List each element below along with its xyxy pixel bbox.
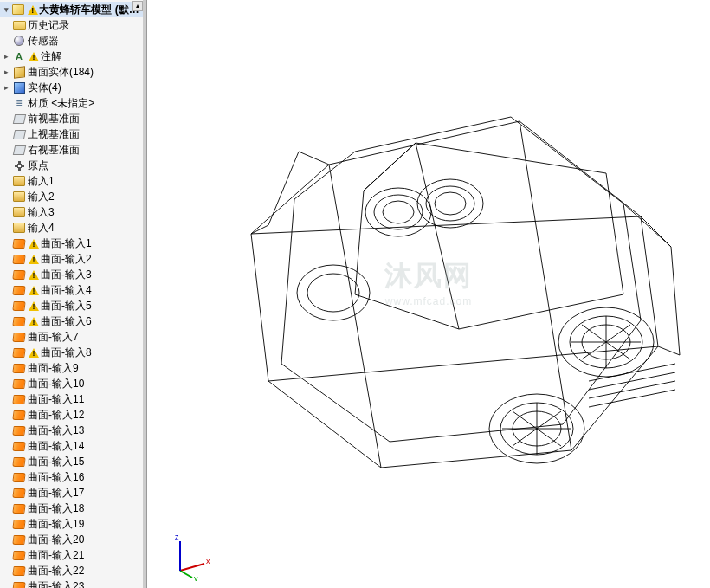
surface-icon	[12, 299, 26, 313]
tree-origin[interactable]: 原点	[0, 158, 146, 173]
note-icon	[12, 49, 26, 63]
tree-import[interactable]: 输入4	[0, 220, 146, 236]
surface-icon	[12, 361, 26, 375]
surface-icon	[12, 439, 26, 453]
surface-icon	[12, 330, 26, 344]
svg-point-15	[374, 195, 423, 229]
svg-line-24	[589, 381, 675, 398]
import-label: 输入1	[28, 174, 55, 189]
tree-note[interactable]: ▸ 注解	[0, 48, 146, 64]
surface-label: 曲面-输入8	[41, 346, 92, 360]
feature-tree-panel[interactable]: ▾ 大黄蜂轿车模型 (默认<- 历史记录 传感器 ▸ 注解 ▸ 曲面实体(184…	[0, 0, 147, 588]
origin-icon	[12, 158, 26, 172]
tree-surface[interactable]: 曲面-输入10	[0, 376, 146, 391]
solid-body-icon	[12, 81, 26, 94]
import-label: 输入4	[28, 221, 55, 236]
surface-icon	[12, 252, 26, 266]
surface-label: 曲面-输入23	[28, 579, 84, 589]
surface-label: 曲面-输入16	[28, 470, 84, 485]
tree-surface[interactable]: 曲面-输入1	[0, 236, 146, 251]
surface-icon	[12, 517, 26, 531]
tree-surface[interactable]: 曲面-输入3	[0, 267, 146, 282]
tree-plane-right[interactable]: 右视基准面	[0, 142, 146, 158]
3d-viewport[interactable]: 沐风网 www.mfcad.com x y z	[147, 0, 710, 588]
surface-label: 曲面-输入13	[28, 423, 84, 438]
import-label: 输入3	[28, 205, 55, 220]
tree-surface-bodies[interactable]: ▸ 曲面实体(184)	[0, 64, 146, 80]
tree-surface[interactable]: 曲面-输入17	[0, 485, 146, 501]
svg-line-27	[180, 571, 192, 578]
expand-icon[interactable]: ▸	[2, 68, 11, 77]
material-icon	[12, 96, 26, 110]
surface-label: 曲面-输入11	[28, 392, 84, 407]
tree-surface[interactable]: 曲面-输入9	[0, 360, 146, 376]
tree-plane-front[interactable]: 前视基准面	[0, 111, 146, 126]
tree-surface[interactable]: 曲面-输入5	[0, 298, 146, 313]
tree-surface[interactable]: 曲面-输入8	[0, 345, 146, 360]
tree-surface[interactable]: 曲面-输入14	[0, 438, 146, 454]
surface-icon	[12, 283, 26, 297]
warning-icon	[27, 3, 38, 16]
surface-label: 曲面-输入12	[28, 408, 84, 423]
import-icon	[12, 190, 26, 204]
tree-history[interactable]: 历史记录	[0, 17, 146, 33]
surface-icon	[12, 579, 26, 588]
tree-surface[interactable]: 曲面-输入12	[0, 407, 146, 423]
panel-resize-handle[interactable]	[143, 0, 146, 588]
surface-label: 曲面-输入2	[41, 252, 92, 267]
tree-surface[interactable]: 曲面-输入4	[0, 282, 146, 298]
model-wireframe	[156, 17, 710, 572]
surface-label: 曲面-输入17	[28, 486, 84, 501]
tree-surface[interactable]: 曲面-输入15	[0, 454, 146, 469]
tree-solid-bodies[interactable]: ▸ 实体(4)	[0, 80, 146, 95]
tree-surface[interactable]: 曲面-输入22	[0, 563, 146, 578]
tree-surface[interactable]: 曲面-输入13	[0, 423, 146, 438]
surface-label: 曲面-输入15	[28, 455, 84, 469]
svg-text:y: y	[194, 574, 198, 581]
surface-label: 曲面-输入7	[28, 330, 79, 345]
tree-root[interactable]: ▾ 大黄蜂轿车模型 (默认<-	[0, 2, 146, 17]
collapse-icon[interactable]: ▾	[2, 5, 11, 15]
tree-plane-top[interactable]: 上视基准面	[0, 126, 146, 142]
tree-surface[interactable]: 曲面-输入16	[0, 469, 146, 485]
tree-surface[interactable]: 曲面-输入19	[0, 516, 146, 532]
surface-icon	[12, 268, 26, 281]
tree-sensor[interactable]: 传感器	[0, 33, 146, 48]
surface-label: 曲面-输入1	[41, 236, 92, 251]
surface-label: 曲面-输入6	[41, 314, 92, 329]
scroll-up-button[interactable]: ▴	[132, 1, 143, 11]
surface-label: 曲面-输入19	[28, 517, 84, 532]
surface-icon	[12, 236, 26, 250]
tree-surface[interactable]: 曲面-输入7	[0, 329, 146, 345]
tree-import[interactable]: 输入2	[0, 189, 146, 204]
warning-icon	[28, 300, 40, 312]
surface-icon	[12, 501, 26, 515]
tree-surface[interactable]: 曲面-输入23	[0, 578, 146, 588]
tree-surface[interactable]: 曲面-输入6	[0, 313, 146, 329]
tree-surface[interactable]: 曲面-输入18	[0, 501, 146, 516]
warning-icon	[28, 346, 40, 359]
import-icon	[12, 174, 26, 188]
history-icon	[12, 18, 26, 32]
surface-icon	[12, 423, 26, 437]
tree-surface[interactable]: 曲面-输入2	[0, 251, 146, 267]
svg-line-26	[180, 564, 204, 571]
tree-import[interactable]: 输入1	[0, 173, 146, 189]
import-icon	[12, 221, 26, 235]
surface-label: 曲面-输入9	[28, 361, 79, 376]
tree-import[interactable]: 输入3	[0, 204, 146, 220]
tree-material[interactable]: 材质 <未指定>	[0, 95, 146, 111]
import-icon	[12, 205, 26, 219]
expand-icon[interactable]: ▸	[2, 83, 11, 93]
surface-label: 曲面-输入4	[41, 283, 92, 298]
plane-icon	[12, 127, 26, 141]
svg-line-23	[589, 372, 675, 390]
tree-surface[interactable]: 曲面-输入21	[0, 547, 146, 563]
orientation-triad[interactable]: x y z	[163, 529, 215, 581]
tree-surface[interactable]: 曲面-输入11	[0, 391, 146, 407]
feature-tree: ▾ 大黄蜂轿车模型 (默认<- 历史记录 传感器 ▸ 注解 ▸ 曲面实体(184…	[0, 0, 146, 588]
plane-icon	[12, 143, 26, 157]
expand-icon[interactable]: ▸	[2, 52, 11, 61]
tree-surface[interactable]: 曲面-输入20	[0, 532, 146, 547]
surface-label: 曲面-输入21	[28, 548, 84, 563]
